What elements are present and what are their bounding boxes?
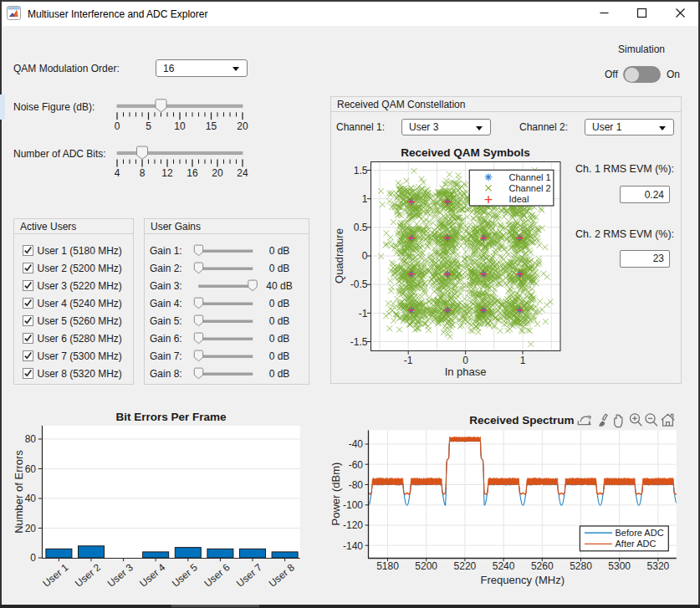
- svg-text:Frequency (MHz): Frequency (MHz): [481, 574, 565, 586]
- svg-text:-140: -140: [343, 540, 363, 552]
- svg-text:5180: 5180: [376, 560, 399, 572]
- svg-text:5280: 5280: [570, 560, 592, 572]
- svg-text:5320: 5320: [647, 560, 670, 572]
- svg-text:Received Spectrum: Received Spectrum: [469, 414, 574, 427]
- svg-text:5300: 5300: [608, 560, 631, 572]
- svg-text:5200: 5200: [415, 560, 437, 572]
- svg-text:-60: -60: [349, 459, 364, 471]
- svg-text:Before ADC: Before ADC: [616, 528, 664, 538]
- svg-text:-40: -40: [349, 438, 364, 450]
- svg-text:5240: 5240: [493, 560, 515, 572]
- svg-text:Power (dBm): Power (dBm): [330, 462, 342, 526]
- svg-text:5260: 5260: [531, 560, 554, 572]
- svg-text:-80: -80: [349, 479, 364, 491]
- svg-text:After ADC: After ADC: [616, 539, 657, 549]
- svg-text:-100: -100: [343, 499, 363, 511]
- svg-text:5220: 5220: [454, 560, 477, 572]
- svg-text:-120: -120: [343, 519, 363, 531]
